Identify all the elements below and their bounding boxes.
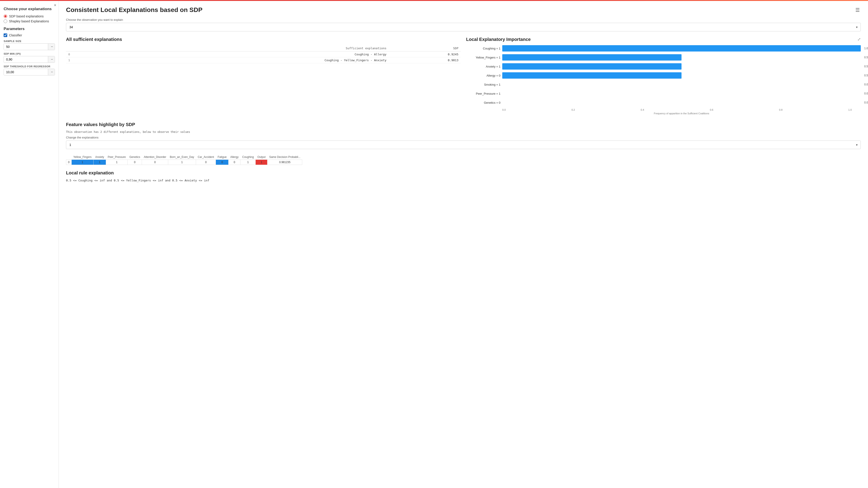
bar-value: 0.0: [864, 92, 868, 95]
bar-label: Yellow_Fingers = 1: [466, 56, 502, 59]
feature-cell: 0: [142, 160, 168, 165]
page-title: Consistent Local Explanations based on S…: [66, 6, 203, 13]
feature-cell: 0: [196, 160, 216, 165]
obs-label: Choose the observation you want to expla…: [66, 18, 861, 22]
feature-col-header: Born_an_Even_Day: [168, 155, 196, 160]
bar-label: Allergy = 0: [466, 74, 502, 77]
bar-track: 0.0: [502, 99, 861, 106]
row-sdp: 0.9245: [389, 52, 461, 57]
sdp-radio-item[interactable]: SDP based explanations: [4, 14, 55, 18]
feature-cell: 1: [256, 160, 268, 165]
sdp-min-decrement[interactable]: −: [48, 56, 55, 63]
col-header-idx: [66, 45, 73, 52]
bar-fill: [502, 54, 682, 61]
bar-track: 0.0: [502, 90, 861, 97]
sdp-threshold-decrement[interactable]: −: [48, 69, 55, 75]
local-rule-text: 0.5 <= Coughing <= inf and 0.5 <= Yellow…: [66, 179, 861, 182]
two-col-section: All sufficient explanations Sufficient e…: [66, 37, 861, 115]
all-explanations-title: All sufficient explanations: [66, 37, 461, 42]
feature-highlight-title: Feature values highlight by SDP: [66, 122, 861, 127]
feature-col-header: Fatigue: [216, 155, 228, 160]
row-sdp: 0.9013: [389, 57, 461, 63]
bar-value: 0.0: [864, 83, 868, 86]
bar-value: 0.5: [864, 74, 868, 77]
all-explanations-section: All sufficient explanations Sufficient e…: [66, 37, 461, 115]
x-axis-tick: 0.0: [502, 108, 506, 111]
sdp-min-control: − +: [4, 56, 55, 63]
classifier-checkbox[interactable]: [4, 33, 7, 37]
chart-expand-button[interactable]: ⤢: [857, 37, 861, 42]
chart-x-axis: 0.00.20.40.60.81.0: [502, 108, 861, 111]
sdp-threshold-label: SDP THRESHOLD FOR REGRESSOR: [4, 65, 55, 68]
local-rule-title: Local rule explanation: [66, 170, 861, 175]
obs-select-wrapper: 34 ▾: [66, 23, 861, 31]
sample-size-input[interactable]: [4, 43, 48, 50]
feature-table-wrapper: Yellow_FingersAnxietyPeer_PressureGeneti…: [66, 155, 861, 165]
bar-track: 0.5: [502, 72, 861, 78]
feature-table: Yellow_FingersAnxietyPeer_PressureGeneti…: [66, 155, 302, 165]
sdp-radio-label: SDP based explanations: [9, 14, 43, 18]
bar-value: 0.0: [864, 101, 868, 104]
expl-select[interactable]: 1: [66, 140, 861, 149]
classifier-checkbox-item[interactable]: Classifier: [4, 33, 55, 37]
feature-col-header: Allergy: [228, 155, 241, 160]
feature-cell: 0: [216, 160, 228, 165]
feature-col-header: Coughing: [240, 155, 255, 160]
sample-size-control: − +: [4, 43, 55, 50]
row-explanation: Coughing - Allergy: [73, 52, 389, 57]
feature-col-header: [66, 155, 72, 160]
sdp-threshold-control: − +: [4, 69, 55, 75]
bar-row: Anxiety = 1 0.5: [466, 63, 861, 70]
bar-label: Smoking = 1: [466, 83, 502, 86]
bar-label: Genetics = 0: [466, 101, 502, 104]
bar-track: 1.0: [502, 45, 861, 52]
feature-table-row: 0111001000110.981235: [66, 160, 302, 165]
sdp-min-input[interactable]: [4, 56, 48, 63]
bar-fill: [502, 72, 682, 78]
table-row: 0 Coughing - Allergy 0.9245: [66, 52, 461, 57]
sdp-radio[interactable]: [4, 14, 7, 18]
bar-value: 0.5: [864, 56, 868, 59]
x-axis-tick: 0.2: [571, 108, 575, 111]
shapley-radio[interactable]: [4, 20, 7, 23]
col-header-explanation: Sufficient explanations: [73, 45, 389, 52]
bar-fill: [502, 45, 861, 52]
local-rule-section: Local rule explanation 0.5 <= Coughing <…: [66, 170, 861, 182]
close-button[interactable]: ×: [54, 3, 56, 7]
feature-col-header: Genetics: [128, 155, 142, 160]
sidebar: × Choose your explanations SDP based exp…: [0, 1, 59, 488]
bar-chart: Coughing = 1 1.0 Yellow_Fingers = 1 0.5 …: [466, 45, 861, 106]
feature-col-header: Output: [256, 155, 268, 160]
feature-cell: 1: [168, 160, 196, 165]
local-importance-title: Local Explanatory Importance: [466, 37, 861, 42]
bar-row: Smoking = 1 0.0: [466, 81, 861, 88]
row-explanation: Coughing - Yellow_Fingers - Anxiety: [73, 57, 389, 63]
feature-col-header: Same Decision Probabil...: [268, 155, 302, 160]
params-title: Parameters: [4, 27, 55, 31]
obs-select[interactable]: 34: [66, 23, 861, 31]
feature-table-header-row: Yellow_FingersAnxietyPeer_PressureGeneti…: [66, 155, 302, 160]
explanations-table: Sufficient explanations SDP 0 Coughing -…: [66, 45, 461, 63]
sdp-threshold-input[interactable]: [4, 69, 48, 75]
local-importance-section: Local Explanatory Importance ⤢ Coughing …: [466, 37, 861, 115]
bar-row: Genetics = 0 0.0: [466, 99, 861, 106]
bar-label: Coughing = 1: [466, 47, 502, 50]
feature-cell: 0: [228, 160, 241, 165]
sample-size-decrement[interactable]: −: [48, 43, 55, 50]
hamburger-menu[interactable]: ☰: [855, 6, 861, 14]
sample-size-label: SAMPLE SIZE: [4, 40, 55, 42]
top-bar: Consistent Local Explanations based on S…: [66, 6, 861, 18]
bar-row: Peer_Pressure = 1 0.0: [466, 90, 861, 97]
feature-col-header: Peer_Pressure: [106, 155, 127, 160]
feature-cell: 1: [240, 160, 255, 165]
main-content: Consistent Local Explanations based on S…: [59, 1, 868, 488]
classifier-label: Classifier: [9, 33, 22, 37]
chart-x-label: Frequency of apparition in the Sufficien…: [502, 112, 861, 115]
feature-cell: 1: [93, 160, 106, 165]
bar-value: 0.5: [864, 65, 868, 68]
x-axis-tick: 0.8: [779, 108, 782, 111]
bar-label: Peer_Pressure = 1: [466, 92, 502, 95]
row-idx: 0: [66, 52, 73, 57]
shapley-radio-item[interactable]: Shapley based Explanations: [4, 20, 55, 23]
feature-col-header: Attention_Disorder: [142, 155, 168, 160]
